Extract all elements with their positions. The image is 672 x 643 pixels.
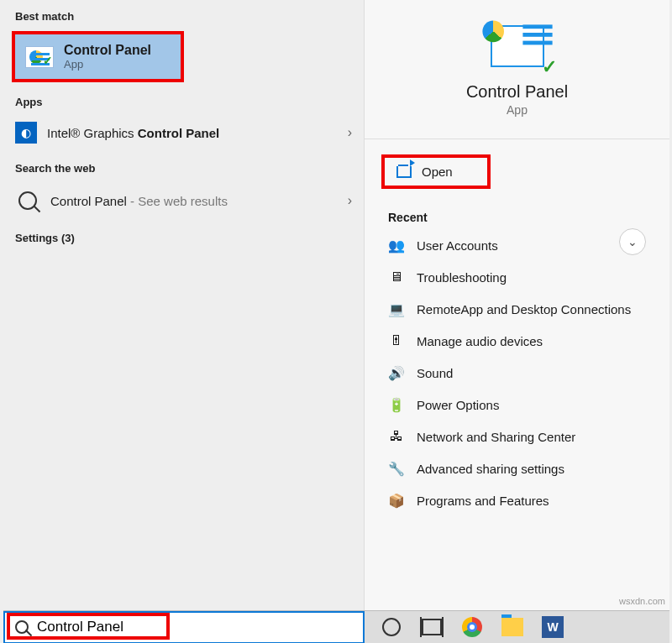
user-accounts-icon: 👥	[388, 237, 405, 254]
audio-devices-icon: 🎚	[388, 332, 405, 349]
recent-item-power-options[interactable]: 🔋Power Options	[365, 389, 669, 421]
open-label: Open	[422, 165, 453, 179]
programs-icon: 📦	[388, 492, 405, 509]
recent-item-sound[interactable]: 🔊Sound	[365, 357, 669, 389]
file-explorer-icon[interactable]	[501, 615, 524, 639]
taskbar: W	[3, 610, 669, 643]
detail-subtitle: App	[507, 103, 528, 117]
sound-icon: 🔊	[388, 364, 405, 381]
recent-item-audio-devices[interactable]: 🎚Manage audio devices	[365, 325, 669, 357]
divider	[365, 139, 669, 139]
best-match-title: Control Panel	[64, 43, 151, 58]
search-results-pane: Best match ✓ Control Panel App Apps ◐ In…	[3, 0, 365, 610]
section-settings[interactable]: Settings (3)	[3, 222, 364, 249]
recent-list: 👥User Accounts 🖥Troubleshooting 💻RemoteA…	[365, 229, 669, 516]
word-icon[interactable]: W	[541, 615, 564, 639]
chrome-icon[interactable]	[460, 615, 484, 639]
open-button[interactable]: Open	[381, 154, 491, 189]
recent-heading: Recent	[365, 189, 669, 229]
web-result[interactable]: Control Panel - See web results ›	[3, 180, 364, 222]
recent-item-troubleshooting[interactable]: 🖥Troubleshooting	[365, 261, 669, 293]
expand-button[interactable]: ⌄	[619, 228, 646, 255]
chevron-right-icon: ›	[348, 125, 352, 140]
chevron-down-icon: ⌄	[627, 235, 638, 248]
power-icon: 🔋	[388, 396, 405, 413]
recent-item-advanced-sharing[interactable]: 🔧Advanced sharing settings	[365, 452, 669, 484]
watermark: wsxdn.com	[619, 596, 665, 606]
taskbar-search[interactable]	[3, 611, 365, 644]
network-icon: 🖧	[388, 428, 405, 445]
section-apps: Apps	[3, 86, 364, 113]
recent-item-programs-features[interactable]: 📦Programs and Features	[365, 484, 669, 516]
detail-pane: ✓ Control Panel App Open ⌄ Recent 👥User …	[365, 0, 669, 610]
section-search-web: Search the web	[3, 152, 364, 180]
section-best-match: Best match	[3, 0, 364, 28]
search-input[interactable]	[37, 619, 353, 635]
recent-item-remoteapp[interactable]: 💻RemoteApp and Desktop Connections	[365, 293, 669, 325]
best-match-result[interactable]: ✓ Control Panel App	[12, 31, 184, 82]
detail-title: Control Panel	[466, 82, 568, 102]
task-view-icon[interactable]	[420, 615, 444, 639]
recent-item-network-sharing[interactable]: 🖧Network and Sharing Center	[365, 421, 669, 452]
search-icon	[15, 188, 40, 213]
troubleshooting-icon: 🖥	[388, 269, 405, 285]
app-result-label: Intel® Graphics Control Panel	[47, 126, 219, 140]
app-result-intel-graphics[interactable]: ◐ Intel® Graphics Control Panel ›	[3, 113, 364, 152]
web-result-label: Control Panel - See web results	[50, 194, 228, 208]
open-icon	[396, 166, 412, 178]
control-panel-icon: ✓	[25, 46, 54, 68]
intel-graphics-icon: ◐	[15, 122, 37, 144]
control-panel-large-icon: ✓	[491, 25, 544, 67]
detail-hero: ✓ Control Panel App	[365, 0, 669, 135]
search-icon	[15, 620, 29, 634]
chevron-right-icon: ›	[348, 193, 352, 208]
remoteapp-icon: 💻	[388, 301, 405, 317]
best-match-subtitle: App	[64, 58, 151, 71]
sharing-icon: 🔧	[388, 460, 405, 477]
cortana-icon[interactable]	[380, 615, 403, 639]
